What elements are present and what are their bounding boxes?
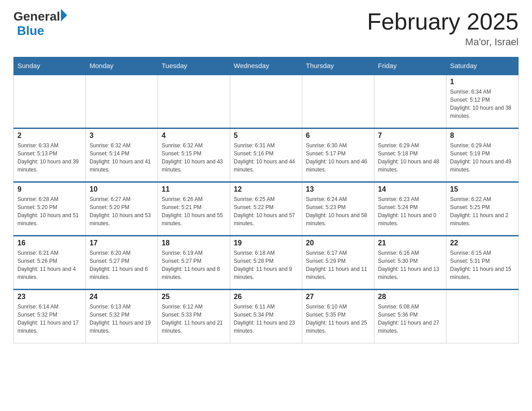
day-info: Sunrise: 6:08 AM Sunset: 5:36 PM Dayligh…: [378, 303, 442, 335]
calendar-cell: 28Sunrise: 6:08 AM Sunset: 5:36 PM Dayli…: [374, 290, 446, 343]
day-number: 17: [90, 239, 154, 247]
day-number: 6: [306, 132, 370, 140]
day-info: Sunrise: 6:29 AM Sunset: 5:19 PM Dayligh…: [450, 141, 515, 174]
logo-blue-text: Blue: [17, 24, 67, 38]
calendar-cell: 21Sunrise: 6:16 AM Sunset: 5:30 PM Dayli…: [374, 236, 446, 290]
day-number: 24: [90, 293, 154, 301]
calendar-cell: [446, 290, 519, 343]
day-number: 25: [162, 293, 226, 301]
day-info: Sunrise: 6:33 AM Sunset: 5:13 PM Dayligh…: [17, 141, 82, 174]
day-info: Sunrise: 6:24 AM Sunset: 5:23 PM Dayligh…: [306, 195, 370, 227]
calendar-week-3: 16Sunrise: 6:21 AM Sunset: 5:26 PM Dayli…: [14, 236, 519, 290]
day-number: 3: [90, 132, 154, 140]
calendar-cell: 4Sunrise: 6:32 AM Sunset: 5:15 PM Daylig…: [158, 128, 230, 182]
calendar-week-2: 9Sunrise: 6:28 AM Sunset: 5:20 PM Daylig…: [14, 182, 519, 236]
day-number: 7: [378, 132, 442, 140]
calendar-cell: 3Sunrise: 6:32 AM Sunset: 5:14 PM Daylig…: [86, 128, 158, 182]
day-number: 16: [17, 239, 82, 247]
day-number: 1: [450, 78, 515, 86]
calendar-cell: 24Sunrise: 6:13 AM Sunset: 5:32 PM Dayli…: [86, 290, 158, 343]
day-info: Sunrise: 6:23 AM Sunset: 5:24 PM Dayligh…: [378, 195, 442, 227]
day-info: Sunrise: 6:26 AM Sunset: 5:21 PM Dayligh…: [162, 195, 226, 227]
day-info: Sunrise: 6:15 AM Sunset: 5:31 PM Dayligh…: [450, 249, 515, 281]
logo-general-text: General: [13, 10, 60, 24]
calendar-cell: [230, 75, 302, 128]
calendar-week-1: 2Sunrise: 6:33 AM Sunset: 5:13 PM Daylig…: [14, 128, 519, 182]
day-info: Sunrise: 6:30 AM Sunset: 5:17 PM Dayligh…: [306, 141, 370, 174]
calendar-cell: 12Sunrise: 6:25 AM Sunset: 5:22 PM Dayli…: [230, 182, 302, 236]
calendar-cell: 6Sunrise: 6:30 AM Sunset: 5:17 PM Daylig…: [302, 128, 374, 182]
calendar-cell: 5Sunrise: 6:31 AM Sunset: 5:16 PM Daylig…: [230, 128, 302, 182]
calendar-cell: 13Sunrise: 6:24 AM Sunset: 5:23 PM Dayli…: [302, 182, 374, 236]
day-number: 21: [378, 239, 442, 247]
calendar-week-0: 1Sunrise: 6:34 AM Sunset: 5:12 PM Daylig…: [14, 75, 519, 128]
header-day-monday: Monday: [86, 57, 158, 75]
day-info: Sunrise: 6:32 AM Sunset: 5:15 PM Dayligh…: [162, 141, 226, 174]
calendar-cell: 17Sunrise: 6:20 AM Sunset: 5:27 PM Dayli…: [86, 236, 158, 290]
calendar-cell: 8Sunrise: 6:29 AM Sunset: 5:19 PM Daylig…: [446, 128, 519, 182]
calendar-cell: [14, 75, 86, 128]
day-info: Sunrise: 6:25 AM Sunset: 5:22 PM Dayligh…: [234, 195, 298, 227]
day-info: Sunrise: 6:20 AM Sunset: 5:27 PM Dayligh…: [90, 249, 154, 281]
calendar-cell: 7Sunrise: 6:29 AM Sunset: 5:18 PM Daylig…: [374, 128, 446, 182]
calendar-cell: [86, 75, 158, 128]
day-number: 9: [17, 185, 82, 193]
day-number: 26: [234, 293, 298, 301]
day-number: 28: [378, 293, 442, 301]
calendar-cell: 2Sunrise: 6:33 AM Sunset: 5:13 PM Daylig…: [14, 128, 86, 182]
day-info: Sunrise: 6:16 AM Sunset: 5:30 PM Dayligh…: [378, 249, 442, 281]
day-number: 23: [17, 293, 82, 301]
day-info: Sunrise: 6:28 AM Sunset: 5:20 PM Dayligh…: [17, 195, 82, 227]
calendar-cell: [374, 75, 446, 128]
day-number: 19: [234, 239, 298, 247]
calendar-table: SundayMondayTuesdayWednesdayThursdayFrid…: [13, 57, 519, 343]
day-info: Sunrise: 6:29 AM Sunset: 5:18 PM Dayligh…: [378, 141, 442, 174]
calendar-cell: [302, 75, 374, 128]
day-number: 22: [450, 239, 515, 247]
day-info: Sunrise: 6:17 AM Sunset: 5:29 PM Dayligh…: [306, 249, 370, 281]
day-info: Sunrise: 6:19 AM Sunset: 5:27 PM Dayligh…: [162, 249, 226, 281]
day-number: 18: [162, 239, 226, 247]
calendar-cell: 26Sunrise: 6:11 AM Sunset: 5:34 PM Dayli…: [230, 290, 302, 343]
day-info: Sunrise: 6:10 AM Sunset: 5:35 PM Dayligh…: [306, 303, 370, 335]
calendar-cell: 15Sunrise: 6:22 AM Sunset: 5:25 PM Dayli…: [446, 182, 519, 236]
logo-triangle-icon: [61, 9, 67, 21]
calendar-cell: 14Sunrise: 6:23 AM Sunset: 5:24 PM Dayli…: [374, 182, 446, 236]
day-info: Sunrise: 6:27 AM Sunset: 5:20 PM Dayligh…: [90, 195, 154, 227]
day-info: Sunrise: 6:21 AM Sunset: 5:26 PM Dayligh…: [17, 249, 82, 281]
calendar-cell: 20Sunrise: 6:17 AM Sunset: 5:29 PM Dayli…: [302, 236, 374, 290]
day-number: 8: [450, 132, 515, 140]
day-info: Sunrise: 6:34 AM Sunset: 5:12 PM Dayligh…: [450, 88, 515, 120]
day-info: Sunrise: 6:31 AM Sunset: 5:16 PM Dayligh…: [234, 141, 298, 174]
header-row: SundayMondayTuesdayWednesdayThursdayFrid…: [14, 57, 519, 75]
day-info: Sunrise: 6:14 AM Sunset: 5:32 PM Dayligh…: [17, 303, 82, 335]
day-info: Sunrise: 6:11 AM Sunset: 5:34 PM Dayligh…: [234, 303, 298, 335]
calendar-cell: 23Sunrise: 6:14 AM Sunset: 5:32 PM Dayli…: [14, 290, 86, 343]
header-day-sunday: Sunday: [14, 57, 86, 75]
header-day-thursday: Thursday: [302, 57, 374, 75]
day-info: Sunrise: 6:12 AM Sunset: 5:33 PM Dayligh…: [162, 303, 226, 335]
day-info: Sunrise: 6:22 AM Sunset: 5:25 PM Dayligh…: [450, 195, 515, 227]
day-number: 12: [234, 185, 298, 193]
day-number: 27: [306, 293, 370, 301]
header-day-wednesday: Wednesday: [230, 57, 302, 75]
day-info: Sunrise: 6:32 AM Sunset: 5:14 PM Dayligh…: [90, 141, 154, 174]
day-number: 5: [234, 132, 298, 140]
calendar-cell: 11Sunrise: 6:26 AM Sunset: 5:21 PM Dayli…: [158, 182, 230, 236]
day-number: 20: [306, 239, 370, 247]
calendar-cell: 9Sunrise: 6:28 AM Sunset: 5:20 PM Daylig…: [14, 182, 86, 236]
header-day-friday: Friday: [374, 57, 446, 75]
calendar-header: SundayMondayTuesdayWednesdayThursdayFrid…: [14, 57, 519, 75]
header-day-saturday: Saturday: [446, 57, 519, 75]
day-number: 11: [162, 185, 226, 193]
day-info: Sunrise: 6:18 AM Sunset: 5:28 PM Dayligh…: [234, 249, 298, 281]
day-info: Sunrise: 6:13 AM Sunset: 5:32 PM Dayligh…: [90, 303, 154, 335]
header-day-tuesday: Tuesday: [158, 57, 230, 75]
day-number: 2: [17, 132, 82, 140]
calendar-cell: 27Sunrise: 6:10 AM Sunset: 5:35 PM Dayli…: [302, 290, 374, 343]
calendar-cell: 1Sunrise: 6:34 AM Sunset: 5:12 PM Daylig…: [446, 75, 519, 128]
logo: General Blue: [13, 9, 67, 38]
calendar-title: February 2025: [367, 9, 519, 34]
calendar-cell: 16Sunrise: 6:21 AM Sunset: 5:26 PM Dayli…: [14, 236, 86, 290]
day-number: 10: [90, 185, 154, 193]
